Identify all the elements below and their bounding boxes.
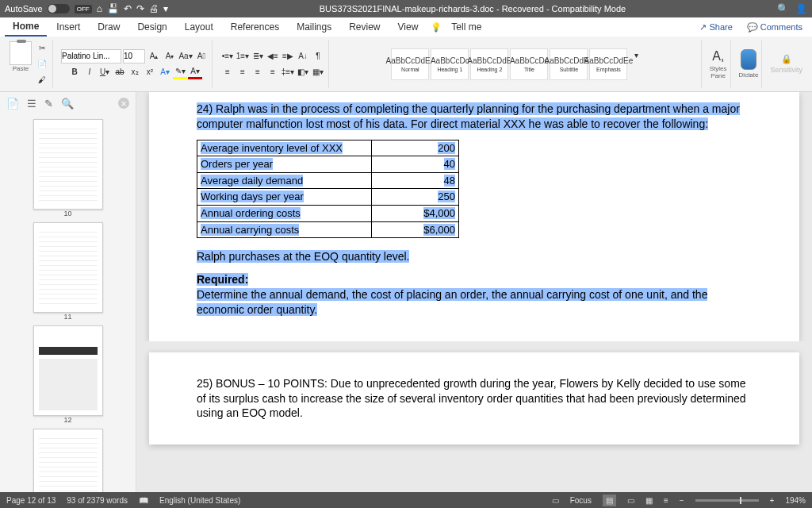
nav-outline-icon[interactable]: ☰ (27, 98, 36, 110)
tab-home[interactable]: Home (5, 17, 47, 37)
copy-icon[interactable]: 📄 (35, 57, 49, 71)
font-name-select[interactable] (61, 49, 121, 64)
shrink-font-icon[interactable]: A▾ (163, 49, 177, 64)
thumbnail-page-13[interactable] (33, 429, 103, 492)
share-button[interactable]: ↗Share (695, 21, 737, 34)
tab-layout[interactable]: Layout (177, 18, 221, 36)
subscript-icon[interactable]: x₂ (128, 65, 142, 79)
nav-edit-icon[interactable]: ✎ (44, 98, 53, 110)
borders-icon[interactable]: ▦▾ (311, 65, 325, 79)
autosave-toggle[interactable] (48, 4, 70, 13)
align-center-icon[interactable]: ≡ (236, 65, 250, 79)
zoom-out-icon[interactable]: − (680, 496, 684, 505)
q24-intro[interactable]: 24) Ralph was in the process of completi… (197, 102, 740, 130)
grow-font-icon[interactable]: A▴ (147, 49, 161, 64)
search-icon[interactable]: 🔍 (777, 3, 789, 14)
bold-icon[interactable]: B (67, 65, 82, 79)
tab-mailings[interactable]: Mailings (289, 18, 339, 36)
comments-button[interactable]: 💬Comments (742, 21, 807, 34)
nav-close-icon[interactable]: × (118, 98, 129, 109)
style-heading-2[interactable]: AaBbCcDdEHeading 2 (470, 48, 508, 80)
required-label[interactable]: Required: (197, 273, 248, 286)
text-effects-icon[interactable]: A▾ (158, 65, 172, 79)
read-mode-icon[interactable]: ▭ (627, 496, 634, 505)
style-emphasis[interactable]: AaBbCcDdEeEmphasis (589, 48, 627, 80)
table-row[interactable]: Working days per year250 (197, 189, 459, 206)
indent-icon[interactable]: ≡▶ (281, 49, 295, 64)
thumbnail-page-11[interactable] (33, 222, 103, 313)
nav-search-icon[interactable]: 🔍 (61, 98, 74, 110)
table-row[interactable]: Annual ordering costs$4,000 (197, 205, 459, 221)
q24-required[interactable]: Determine the annual demand, the cost of… (197, 288, 707, 316)
user-icon[interactable]: 👤 (795, 3, 807, 14)
q24-mid[interactable]: Ralph purchases at the EOQ quantity leve… (197, 250, 409, 263)
spellcheck-icon[interactable]: 📖 (139, 496, 148, 505)
undo-icon[interactable]: ↶ (124, 3, 132, 14)
sort-icon[interactable]: A↓ (296, 49, 310, 64)
font-size-select[interactable] (123, 49, 145, 64)
outline-view-icon[interactable]: ≡ (664, 496, 668, 505)
print-icon[interactable]: 🖨 (149, 3, 159, 14)
status-focus[interactable]: Focus (570, 496, 592, 505)
highlight-icon[interactable]: ✎▾ (173, 65, 187, 79)
change-case-icon[interactable]: Aa▾ (178, 49, 193, 64)
tab-view[interactable]: View (390, 18, 427, 36)
multilevel-icon[interactable]: ≣▾ (251, 49, 265, 64)
tab-references[interactable]: References (223, 18, 287, 36)
zoom-slider[interactable] (695, 499, 759, 502)
status-page[interactable]: Page 12 of 13 (6, 496, 56, 505)
justify-icon[interactable]: ≡ (266, 65, 280, 79)
format-painter-icon[interactable]: 🖌 (35, 73, 49, 87)
table-row[interactable]: Average inventory level of XXX200 (197, 140, 459, 156)
tell-me[interactable]: Tell me (443, 18, 489, 36)
table-row[interactable]: Average daily demand48 (197, 172, 459, 189)
status-language[interactable]: English (United States) (159, 496, 240, 505)
italic-icon[interactable]: I (82, 65, 97, 79)
tab-review[interactable]: Review (341, 18, 388, 36)
outdent-icon[interactable]: ◀≡ (266, 49, 280, 64)
underline-icon[interactable]: U▾ (98, 65, 112, 79)
q25-text[interactable]: 25) BONUS – 10 POINTS: Due to unpreceden… (197, 376, 752, 421)
strike-icon[interactable]: ab (113, 65, 127, 79)
print-layout-icon[interactable]: ▤ (603, 495, 616, 506)
thumbnail-page-12[interactable] (33, 325, 103, 416)
focus-icon[interactable]: ▭ (552, 496, 559, 505)
cut-icon[interactable]: ✂ (35, 41, 49, 56)
superscript-icon[interactable]: x² (143, 65, 157, 79)
zoom-level[interactable]: 194% (785, 496, 806, 505)
bullets-icon[interactable]: •≡▾ (220, 49, 235, 64)
q24-table[interactable]: Average inventory level of XXX200Orders … (197, 140, 459, 238)
style-subtitle[interactable]: AaBbCcDdEeSubtitle (550, 48, 588, 80)
table-row[interactable]: Orders per year40 (197, 156, 459, 173)
shading-icon[interactable]: ◧▾ (296, 65, 310, 79)
nav-page-icon[interactable]: 📄 (6, 98, 19, 110)
document-area[interactable]: 24) Ralph was in the process of completi… (136, 92, 812, 492)
style-heading-1[interactable]: AaBbCcDcHeading 1 (431, 48, 469, 80)
show-marks-icon[interactable]: ¶ (311, 49, 325, 64)
align-left-icon[interactable]: ≡ (220, 65, 235, 79)
line-spacing-icon[interactable]: ‡≡▾ (281, 65, 295, 79)
style-title[interactable]: AaBbCcDcTitle (510, 48, 548, 80)
align-right-icon[interactable]: ≡ (251, 65, 265, 79)
status-words[interactable]: 93 of 2379 words (67, 496, 128, 505)
zoom-in-icon[interactable]: + (770, 496, 775, 505)
table-row[interactable]: Annual carrying costs$6,000 (197, 221, 459, 238)
tell-me-icon[interactable]: 💡 (431, 22, 442, 33)
numbering-icon[interactable]: 1≡▾ (236, 49, 250, 64)
dictate-group[interactable]: Dictate (736, 40, 763, 88)
style-normal[interactable]: AaBbCcDdEeNormal (391, 48, 429, 80)
thumbnail-page-10[interactable] (33, 119, 103, 210)
styles-more-icon[interactable]: ▾ (629, 48, 643, 63)
home-icon[interactable]: ⌂ (97, 3, 102, 14)
tab-design[interactable]: Design (129, 18, 174, 36)
paste-icon[interactable] (10, 41, 32, 65)
tab-insert[interactable]: Insert (48, 18, 88, 36)
save-icon[interactable]: 💾 (107, 3, 119, 14)
tab-draw[interactable]: Draw (90, 18, 128, 36)
styles-pane-group[interactable]: Aˌ Styles Pane (707, 40, 731, 88)
dictate-icon (741, 49, 756, 70)
web-layout-icon[interactable]: ▦ (645, 496, 653, 505)
redo-icon[interactable]: ↷ (136, 3, 144, 14)
font-color-icon[interactable]: A▾ (188, 65, 202, 79)
clear-format-icon[interactable]: A⃠ (194, 49, 209, 64)
